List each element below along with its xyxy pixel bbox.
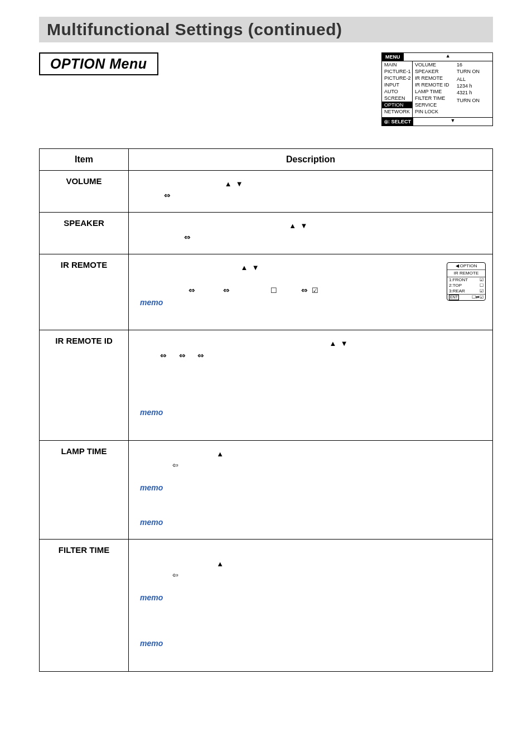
osd-item: FILTER TIME xyxy=(413,95,454,102)
osd-item: VOLUME xyxy=(413,61,454,68)
osd-item: SCREEN xyxy=(382,95,412,102)
desc-icons: ▲ ▼ xyxy=(140,179,481,190)
desc-icons: ⇔ ⇔ ⇔ xyxy=(140,350,481,362)
col-header-item: Item xyxy=(40,149,129,171)
table-row: IR REMOTE ID ▲ ▼ ⇔ ⇔ ⇔ memo xyxy=(40,330,493,440)
memo-label: memo xyxy=(140,593,163,602)
osd-item: INPUT xyxy=(382,81,412,88)
memo-label: memo xyxy=(140,298,163,307)
osd-item: ALL xyxy=(454,76,492,83)
table-row: FILTER TIME ▲ ⇦ memo memo xyxy=(40,539,493,672)
osd-item: LAMP TIME xyxy=(413,88,454,95)
osd-item: IR REMOTE ID xyxy=(413,81,454,88)
desc-icons: ▲ ▼ xyxy=(140,338,481,349)
ir-submenu-title: IR REMOTE xyxy=(447,270,485,277)
ir-submenu-row: 2:TOP☐ xyxy=(447,283,485,288)
osd-item: PICTURE-1 xyxy=(382,68,412,75)
item-description: ▲ ⇦ memo memo xyxy=(129,440,493,539)
page-title: Multifunctional Settings (continued) xyxy=(47,20,485,39)
ir-submenu-row: 1:FRONT☑ xyxy=(447,277,485,283)
table-row: IR REMOTE ◀ OPTION IR REMOTE 1:FRONT☑2:T… xyxy=(40,254,493,330)
osd-scroll-up-icon: ▲ xyxy=(404,53,493,61)
osd-item: PICTURE-2 xyxy=(382,75,412,81)
osd-item: 1234 h xyxy=(454,83,492,89)
osd-item: PIN LOCK xyxy=(413,108,454,115)
desc-icons: ▲ ▼ xyxy=(140,220,481,232)
osd-item: OPTION xyxy=(382,102,412,108)
item-name: VOLUME xyxy=(40,171,129,213)
desc-icons: ▲ ▼ xyxy=(140,262,481,273)
item-name: SPEAKER xyxy=(40,212,129,254)
desc-icons: ⇔ ⇔ ☐ ⇔ ☑ xyxy=(140,285,481,297)
settings-table: Item Description VOLUME ▲ ▼ ⇔SPEAKER ▲ ▼ xyxy=(39,148,493,672)
memo-label: memo xyxy=(140,518,163,527)
osd-item: 4321 h xyxy=(454,89,492,96)
item-name: IR REMOTE ID xyxy=(40,330,129,440)
memo-label: memo xyxy=(140,483,163,492)
memo-label: memo xyxy=(140,639,163,648)
desc-icons: ⇔ xyxy=(140,232,481,244)
osd-item: SERVICE xyxy=(413,102,454,108)
ir-submenu-back: ◀ OPTION xyxy=(447,263,485,270)
table-row: SPEAKER ▲ ▼ ⇔ xyxy=(40,212,493,254)
osd-item: IR REMOTE xyxy=(413,75,454,81)
table-row: VOLUME ▲ ▼ ⇔ xyxy=(40,171,493,213)
item-description: ▲ ▼ ⇔ xyxy=(129,212,493,254)
page-title-bar: Multifunctional Settings (continued) xyxy=(39,17,493,42)
item-name: LAMP TIME xyxy=(40,440,129,539)
osd-item: MAIN xyxy=(382,61,412,68)
ir-submenu-row: 3:REAR☑ xyxy=(447,288,485,294)
osd-menu-tab: MENU xyxy=(382,53,404,61)
osd-item: TURN ON xyxy=(454,97,492,104)
table-row: LAMP TIME ▲ ⇦ memo memo xyxy=(40,440,493,539)
osd-item: AUTO xyxy=(382,88,412,95)
ir-remote-submenu: ◀ OPTION IR REMOTE 1:FRONT☑2:TOP☐3:REAR☑… xyxy=(447,262,486,301)
item-name: IR REMOTE xyxy=(40,254,129,330)
desc-icons: ⇦ xyxy=(140,460,481,471)
desc-icons: ⇔ xyxy=(140,190,481,202)
osd-item: 16 xyxy=(454,61,492,68)
item-description: ▲ ⇦ memo memo xyxy=(129,539,493,672)
item-name: FILTER TIME xyxy=(40,539,129,672)
desc-icons: ⇦ xyxy=(140,570,481,581)
option-menu-heading: OPTION Menu xyxy=(39,52,158,75)
desc-icons: ▲ xyxy=(140,449,481,460)
osd-preview: MENU ▲ MAINPICTURE-1PICTURE-2INPUTAUTOSC… xyxy=(381,52,493,126)
item-description: ◀ OPTION IR REMOTE 1:FRONT☑2:TOP☐3:REAR☑… xyxy=(129,254,493,330)
col-header-desc: Description xyxy=(129,149,493,171)
osd-item: SPEAKER xyxy=(413,68,454,75)
osd-select-tab: ✦: SELECT xyxy=(382,118,413,126)
osd-item: TURN ON xyxy=(454,68,492,75)
memo-label: memo xyxy=(140,408,163,417)
osd-item: NETWORK xyxy=(382,108,412,115)
item-description: ▲ ▼ ⇔ ⇔ ⇔ memo xyxy=(129,330,493,440)
osd-scroll-down-icon: ▼ xyxy=(413,118,492,126)
item-description: ▲ ▼ ⇔ xyxy=(129,171,493,213)
desc-icons: ▲ xyxy=(140,558,481,570)
